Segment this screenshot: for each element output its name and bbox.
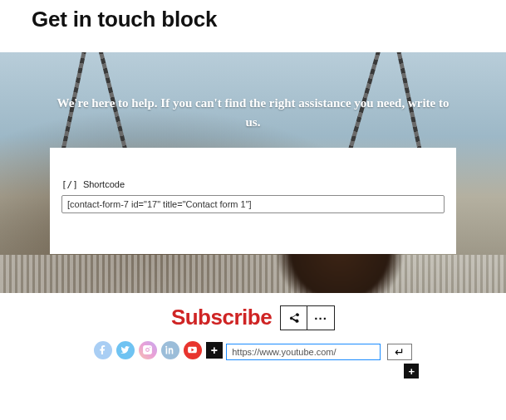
block-type-button[interactable] bbox=[281, 306, 307, 330]
marina-decoration bbox=[0, 255, 506, 293]
add-block-below-button[interactable]: + bbox=[404, 364, 419, 378]
hero-text[interactable]: We're here to help. If you can't find th… bbox=[0, 52, 506, 133]
youtube-icon[interactable] bbox=[184, 341, 202, 359]
shortcode-label: Shortcode bbox=[83, 179, 125, 189]
social-links-block[interactable]: + ↵ + bbox=[0, 339, 506, 360]
block-toolbar: ··· bbox=[280, 305, 335, 330]
more-options-button[interactable]: ··· bbox=[307, 306, 334, 330]
subscribe-heading[interactable]: Subscribe bbox=[171, 305, 272, 330]
subscribe-section: Subscribe ··· + bbox=[0, 293, 506, 360]
shortcode-input[interactable] bbox=[61, 195, 445, 213]
linkedin-icon[interactable] bbox=[161, 341, 179, 359]
hero-section: We're here to help. If you can't find th… bbox=[0, 52, 506, 293]
shortcode-block[interactable]: [/] Shortcode bbox=[50, 148, 456, 254]
social-url-input[interactable] bbox=[226, 344, 381, 360]
instagram-icon[interactable] bbox=[139, 341, 157, 359]
twitter-icon[interactable] bbox=[116, 341, 135, 359]
shortcode-header: [/] Shortcode bbox=[61, 179, 445, 190]
add-social-button[interactable]: + bbox=[206, 342, 223, 359]
submit-url-button[interactable]: ↵ bbox=[387, 344, 412, 360]
page-title: Get in touch block bbox=[0, 0, 506, 37]
share-icon bbox=[287, 312, 301, 325]
facebook-icon[interactable] bbox=[94, 341, 112, 359]
social-url-row: ↵ + bbox=[226, 344, 412, 360]
shortcode-icon: [/] bbox=[61, 179, 78, 190]
